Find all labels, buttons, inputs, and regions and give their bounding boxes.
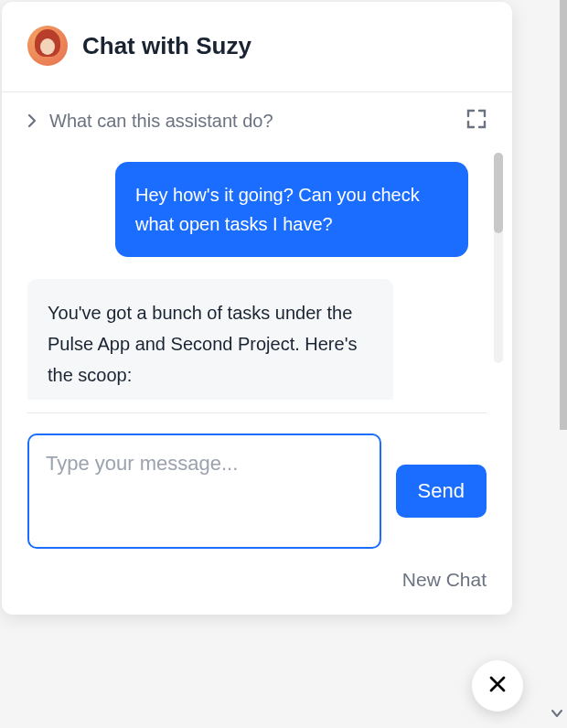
assistant-info-toggle[interactable]: What can this assistant do? [27, 111, 273, 132]
avatar [27, 26, 68, 66]
chevron-down-icon[interactable] [551, 706, 563, 721]
close-button[interactable] [472, 660, 523, 712]
new-chat-button[interactable]: New Chat [27, 569, 487, 591]
chat-panel: Chat with Suzy What can this assistant d… [2, 2, 512, 615]
close-icon [487, 674, 508, 698]
messages-container: Hey how's it going? Can you check what o… [2, 144, 512, 400]
page-scrollbar[interactable] [560, 0, 567, 430]
chat-header: Chat with Suzy [2, 2, 512, 92]
message-input[interactable] [46, 452, 363, 499]
message-input-wrap[interactable] [27, 434, 381, 549]
assistant-info-label: What can this assistant do? [49, 111, 273, 132]
scrollbar-thumb[interactable] [494, 153, 503, 233]
user-message: Hey how's it going? Can you check what o… [115, 162, 468, 257]
subheader: What can this assistant do? [2, 92, 512, 144]
composer: Send New Chat [2, 413, 512, 615]
chat-title: Chat with Suzy [82, 32, 251, 60]
send-button[interactable]: Send [396, 465, 487, 518]
chevron-right-icon [27, 113, 37, 128]
expand-icon[interactable] [466, 109, 487, 133]
assistant-message: You've got a bunch of tasks under the Pu… [27, 279, 393, 400]
